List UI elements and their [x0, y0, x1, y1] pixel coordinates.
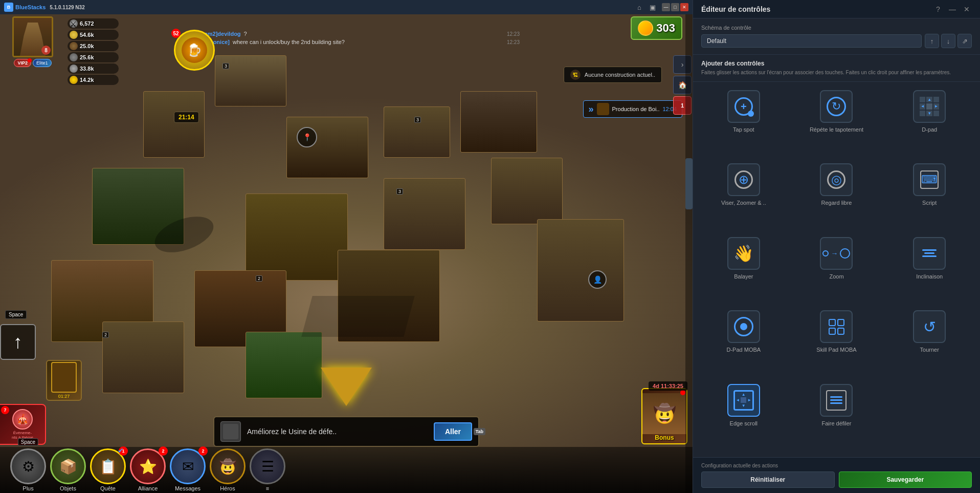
avatar-box[interactable]: 8 — [12, 16, 53, 57]
building-13 — [537, 219, 624, 321]
stone-value: 25.6k — [80, 54, 94, 60]
tap-spot-dot — [748, 111, 754, 117]
scroll-line-3 — [830, 402, 842, 404]
bonus-panel[interactable]: 🤠 Bonus — [641, 388, 687, 444]
iron-value: 33.8k — [80, 66, 94, 72]
hud-btn-items[interactable]: 📦 Objets — [50, 448, 86, 491]
resource-stone: 25.6k — [68, 52, 119, 62]
avatar-section: 8 VIP2 Élite1 — [2, 16, 63, 67]
production-arrows-icon: » — [589, 104, 594, 115]
ce-share-icon[interactable]: ⇗ — [957, 34, 972, 48]
plus-btn-label: Plus — [23, 485, 33, 491]
quest-check-icon: ✔ — [118, 446, 124, 455]
arrow-up-button[interactable]: ↑ — [0, 324, 36, 360]
camera-icon[interactable]: ▣ — [648, 4, 658, 11]
hud-btn-quest[interactable]: 📋 Quête 1 ✔ — [90, 448, 126, 491]
ce-item-rotate[interactable]: ↺ Tourner — [887, 310, 972, 375]
ce-item-skillpad-moba[interactable]: Skill Pad MOBA — [794, 310, 879, 375]
bonus-label: Bonus — [655, 434, 674, 441]
minimize-button[interactable]: — — [662, 3, 670, 11]
ce-item-swipe[interactable]: 👋 Balayer — [701, 237, 786, 302]
ce-header-icons: ? — ✕ — [933, 5, 972, 13]
ce-icon-aim-zoom — [727, 163, 760, 196]
tap-spot-icon — [734, 97, 753, 116]
tilt-line-3 — [922, 255, 937, 257]
action-go-button[interactable]: Aller Tab — [434, 422, 472, 441]
quest-btn-label: Quête — [100, 485, 116, 491]
ce-item-tap-spot[interactable]: Tap spot — [701, 90, 786, 155]
ce-minimize-icon[interactable]: — — [947, 5, 957, 13]
hud-btn-alliance[interactable]: ⭐ Alliance 2 — [130, 448, 166, 491]
production-bar[interactable]: » Production de Boi.. 12:04 — [583, 100, 683, 118]
skillpad-btn-1 — [829, 319, 836, 326]
zoom-large-circle — [840, 248, 850, 259]
ce-controls-grid: Tap spot Répéte le tapotement ▲ ◄ ► ▼ — [693, 82, 980, 457]
elite-badge[interactable]: Élite1 — [33, 59, 52, 67]
building-9 — [491, 158, 563, 224]
ce-download-icon[interactable]: ↓ — [941, 34, 955, 48]
hud-btn-messages[interactable]: ✉ Messages 2 — [170, 448, 206, 491]
building-2 — [143, 91, 205, 158]
ce-item-dpad-moba[interactable]: D-Pad MOBA — [701, 310, 786, 375]
ce-icon-edge-scroll: ▲ ◄ ► ▼ — [727, 384, 760, 417]
ce-item-aim-zoom[interactable]: Viser, Zoomer & .. — [701, 163, 786, 228]
wood-value: 25.0k — [80, 43, 94, 49]
chat-time-2: 12:23 — [507, 39, 520, 45]
ce-help-icon[interactable]: ? — [933, 5, 943, 13]
scrollbar-thumb[interactable] — [685, 158, 693, 209]
dpad-bl — [920, 111, 925, 116]
dpad-moba-outer — [734, 317, 753, 336]
ea-bl — [735, 403, 741, 409]
bld-num-2: 3 — [414, 117, 421, 123]
ce-item-script[interactable]: Script — [887, 163, 972, 228]
ce-label-edge-scroll: Edge scroll — [730, 420, 758, 427]
tab-key-badge: Tab — [474, 428, 485, 435]
action-icon — [220, 421, 241, 442]
hud-btn-heroes[interactable]: 🤠 Héros — [210, 448, 246, 491]
gold-display[interactable]: 303 — [631, 16, 682, 40]
bld-num-4: 2 — [256, 275, 262, 282]
hud-btn-plus[interactable]: ⚙ Plus Space — [10, 448, 46, 491]
tilt-line-1 — [922, 249, 937, 251]
ce-save-button[interactable]: Sauvegarder — [839, 471, 972, 488]
ce-item-repeat-tap[interactable]: Répéte le tapotement — [794, 90, 879, 155]
heroes-btn-icon: 🤠 — [210, 448, 246, 484]
ce-reset-button[interactable]: Réinitialiser — [701, 471, 835, 488]
bonus-frame: 🤠 Bonus — [641, 388, 687, 444]
wood-icon — [70, 42, 78, 50]
dpad-c — [926, 103, 932, 109]
ea-t: ▲ — [741, 392, 746, 397]
game-scrollbar[interactable] — [685, 14, 693, 493]
ce-close-icon[interactable]: ✕ — [962, 5, 972, 13]
event-icon: 🎪 — [12, 409, 33, 430]
maximize-button[interactable]: □ — [671, 3, 679, 11]
round-badge[interactable]: 🍺 — [174, 30, 215, 71]
resource-coins: 14.2k — [68, 75, 119, 85]
ce-item-zoom[interactable]: → Zoom — [794, 237, 879, 302]
bonus-character-icon: 🤠 — [653, 403, 676, 424]
dpad-r: ► — [933, 103, 939, 109]
ce-schema-dropdown[interactable]: Default — [701, 34, 922, 48]
action-text: Améliorez le Usine de défe.. — [247, 427, 428, 436]
dpad-t: ▲ — [926, 97, 932, 102]
home-icon[interactable]: ⌂ — [634, 4, 644, 11]
ce-item-faire-defiler[interactable]: Faire défiler — [794, 384, 879, 449]
ce-item-free-look[interactable]: Regard libre — [794, 163, 879, 228]
ce-schema-row: Default ↑ ↓ ⇗ — [701, 34, 972, 48]
ce-upload-icon[interactable]: ↑ — [925, 34, 939, 48]
ce-item-edge-scroll[interactable]: ▲ ◄ ► ▼ Edge scroll — [701, 384, 786, 449]
close-button[interactable]: ✕ — [680, 3, 688, 11]
hud-btn-more[interactable]: ☰ ≡ — [250, 448, 285, 491]
dpad-icon: ▲ ◄ ► ▼ — [920, 97, 939, 116]
vip-badge[interactable]: VIP2 — [14, 59, 31, 67]
tilt-icon — [922, 249, 937, 257]
wanted-button[interactable]: 01:27 — [46, 360, 82, 401]
bluestacks-topbar: B BlueStacks 5.1.0.1129 N32 ⌂ ▣ — □ ✕ — [0, 0, 693, 14]
window-controls: — □ ✕ — [662, 3, 688, 11]
construction-notification[interactable]: 🏗 Aucune construction actuel.. — [564, 67, 662, 83]
road-2 — [301, 296, 414, 337]
gold-icon — [638, 20, 653, 36]
ce-item-tilt[interactable]: Inclinaison — [887, 237, 972, 302]
more-btn-icon: ☰ — [250, 448, 285, 484]
ce-item-dpad[interactable]: ▲ ◄ ► ▼ D-pad — [887, 90, 972, 155]
